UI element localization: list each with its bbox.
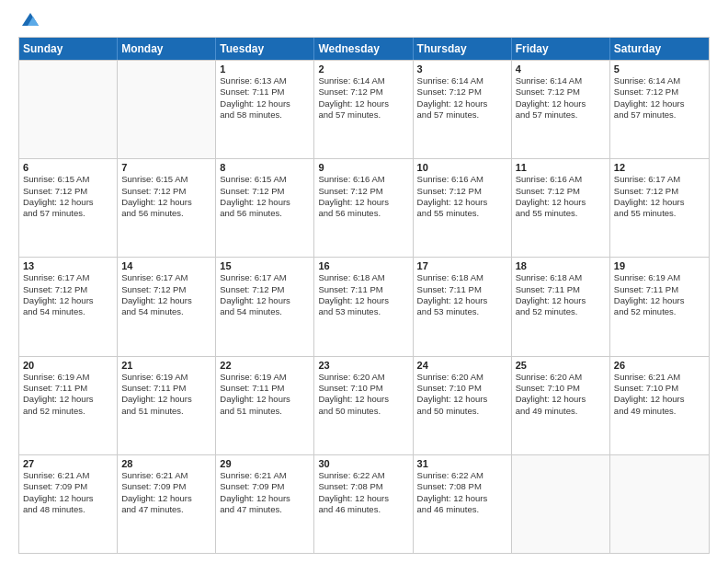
cell-line: Sunrise: 6:18 AM xyxy=(417,272,507,283)
cell-line: Daylight: 12 hours xyxy=(614,394,705,405)
cell-line: Daylight: 12 hours xyxy=(417,493,507,504)
cell-line: and 50 minutes. xyxy=(318,406,408,417)
cell-line: Daylight: 12 hours xyxy=(220,98,310,109)
cell-line: Sunrise: 6:22 AM xyxy=(417,470,507,481)
day-number: 9 xyxy=(318,162,408,173)
weekday-header-sunday: Sunday xyxy=(19,38,118,60)
day-number: 21 xyxy=(121,360,211,371)
cell-line: Sunset: 7:08 PM xyxy=(318,481,408,492)
calendar-cell: 20Sunrise: 6:19 AMSunset: 7:11 PMDayligh… xyxy=(19,357,118,454)
cell-line: Daylight: 12 hours xyxy=(121,394,211,405)
cell-line: Sunset: 7:12 PM xyxy=(121,186,211,197)
calendar-row: 27Sunrise: 6:21 AMSunset: 7:09 PMDayligh… xyxy=(19,454,709,553)
cell-line: Sunset: 7:11 PM xyxy=(417,284,507,295)
calendar-cell: 24Sunrise: 6:20 AMSunset: 7:10 PMDayligh… xyxy=(414,357,512,454)
calendar-cell: 22Sunrise: 6:19 AMSunset: 7:11 PMDayligh… xyxy=(216,357,314,454)
cell-line: and 52 minutes. xyxy=(614,306,705,317)
cell-line: Sunrise: 6:17 AM xyxy=(614,174,705,185)
cell-line: and 56 minutes. xyxy=(220,208,310,219)
day-number: 25 xyxy=(516,360,606,371)
cell-line: Sunrise: 6:17 AM xyxy=(121,272,211,283)
cell-line: and 54 minutes. xyxy=(220,306,310,317)
calendar-cell xyxy=(118,61,216,158)
day-number: 18 xyxy=(516,260,606,271)
cell-line: and 51 minutes. xyxy=(121,406,211,417)
calendar-cell: 1Sunrise: 6:13 AMSunset: 7:11 PMDaylight… xyxy=(216,61,314,158)
cell-line: Sunset: 7:12 PM xyxy=(220,284,310,295)
header xyxy=(18,17,710,29)
cell-line: Sunset: 7:09 PM xyxy=(23,481,113,492)
calendar-row: 1Sunrise: 6:13 AMSunset: 7:11 PMDaylight… xyxy=(19,60,709,158)
day-number: 5 xyxy=(614,63,705,75)
calendar-cell xyxy=(19,61,118,158)
cell-line: Sunset: 7:12 PM xyxy=(516,86,606,98)
cell-line: Sunset: 7:10 PM xyxy=(614,383,705,394)
cell-line: Sunrise: 6:18 AM xyxy=(318,272,408,283)
calendar-cell: 10Sunrise: 6:16 AMSunset: 7:12 PMDayligh… xyxy=(414,159,512,257)
weekday-header-tuesday: Tuesday xyxy=(216,38,314,60)
cell-line: Sunrise: 6:19 AM xyxy=(121,372,211,383)
cell-line: Daylight: 12 hours xyxy=(417,197,507,208)
cell-line: and 52 minutes. xyxy=(516,306,606,317)
calendar-cell: 29Sunrise: 6:21 AMSunset: 7:09 PMDayligh… xyxy=(216,455,314,553)
cell-line: Sunset: 7:10 PM xyxy=(318,383,408,394)
cell-line: Sunrise: 6:21 AM xyxy=(121,470,211,481)
calendar-row: 6Sunrise: 6:15 AMSunset: 7:12 PMDaylight… xyxy=(19,158,709,257)
calendar-cell: 9Sunrise: 6:16 AMSunset: 7:12 PMDaylight… xyxy=(314,159,413,257)
calendar-cell: 2Sunrise: 6:14 AMSunset: 7:12 PMDaylight… xyxy=(314,61,413,158)
day-number: 23 xyxy=(318,360,408,371)
weekday-header-saturday: Saturday xyxy=(610,38,709,60)
cell-line: and 55 minutes. xyxy=(516,208,606,219)
day-number: 28 xyxy=(121,458,211,469)
cell-line: and 57 minutes. xyxy=(318,109,408,121)
cell-line: Daylight: 12 hours xyxy=(23,493,113,504)
cell-line: and 55 minutes. xyxy=(417,208,507,219)
cell-line: Sunset: 7:12 PM xyxy=(121,284,211,295)
cell-line: Daylight: 12 hours xyxy=(318,98,408,109)
day-number: 3 xyxy=(417,63,507,75)
calendar-cell: 26Sunrise: 6:21 AMSunset: 7:10 PMDayligh… xyxy=(610,357,709,454)
cell-line: Daylight: 12 hours xyxy=(23,394,113,405)
cell-line: Sunset: 7:08 PM xyxy=(417,481,507,492)
day-number: 26 xyxy=(614,360,705,371)
cell-line: Daylight: 12 hours xyxy=(516,295,606,306)
cell-line: and 53 minutes. xyxy=(417,306,507,317)
cell-line: Daylight: 12 hours xyxy=(614,98,705,109)
calendar-cell: 30Sunrise: 6:22 AMSunset: 7:08 PMDayligh… xyxy=(314,455,413,553)
calendar-body: 1Sunrise: 6:13 AMSunset: 7:11 PMDaylight… xyxy=(19,60,709,553)
cell-line: and 49 minutes. xyxy=(516,406,606,417)
cell-line: Sunset: 7:12 PM xyxy=(417,186,507,197)
cell-line: and 47 minutes. xyxy=(121,504,211,515)
day-number: 4 xyxy=(516,63,606,75)
cell-line: Daylight: 12 hours xyxy=(417,98,507,109)
day-number: 1 xyxy=(220,63,310,75)
cell-line: Daylight: 12 hours xyxy=(516,197,606,208)
cell-line: and 53 minutes. xyxy=(318,306,408,317)
cell-line: Daylight: 12 hours xyxy=(614,197,705,208)
cell-line: and 56 minutes. xyxy=(318,208,408,219)
cell-line: Daylight: 12 hours xyxy=(220,295,310,306)
cell-line: Sunset: 7:09 PM xyxy=(121,481,211,492)
cell-line: Sunset: 7:11 PM xyxy=(220,383,310,394)
cell-line: and 50 minutes. xyxy=(417,406,507,417)
cell-line: and 57 minutes. xyxy=(614,109,705,121)
calendar-cell: 21Sunrise: 6:19 AMSunset: 7:11 PMDayligh… xyxy=(118,357,216,454)
cell-line: and 48 minutes. xyxy=(23,504,113,515)
weekday-header-wednesday: Wednesday xyxy=(314,38,413,60)
cell-line: Sunrise: 6:20 AM xyxy=(516,372,606,383)
cell-line: Sunset: 7:12 PM xyxy=(23,284,113,295)
cell-line: and 55 minutes. xyxy=(614,208,705,219)
day-number: 12 xyxy=(614,162,705,173)
weekday-header-thursday: Thursday xyxy=(414,38,512,60)
logo xyxy=(18,17,40,29)
cell-line: Sunrise: 6:14 AM xyxy=(614,75,705,86)
cell-line: Sunset: 7:11 PM xyxy=(516,284,606,295)
calendar-cell: 15Sunrise: 6:17 AMSunset: 7:12 PMDayligh… xyxy=(216,258,314,355)
cell-line: and 57 minutes. xyxy=(417,109,507,121)
day-number: 31 xyxy=(417,458,507,469)
cell-line: Sunrise: 6:20 AM xyxy=(318,372,408,383)
cell-line: Sunset: 7:12 PM xyxy=(23,186,113,197)
cell-line: and 54 minutes. xyxy=(23,306,113,317)
day-number: 27 xyxy=(23,458,113,469)
calendar-cell: 25Sunrise: 6:20 AMSunset: 7:10 PMDayligh… xyxy=(512,357,610,454)
